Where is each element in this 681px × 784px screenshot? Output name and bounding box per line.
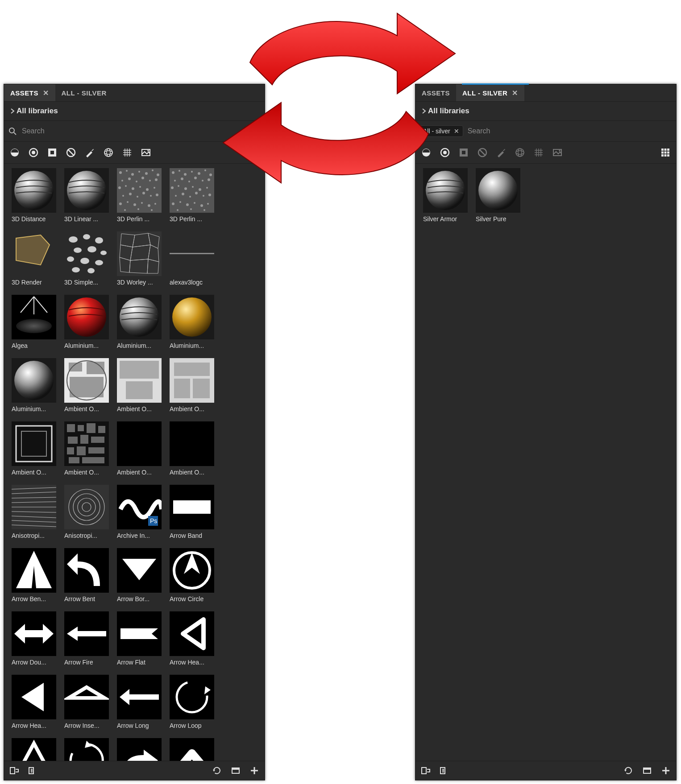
asset-item[interactable]: Arrow Sim... xyxy=(167,738,216,761)
asset-item[interactable]: Aluminium... xyxy=(62,295,111,349)
tab-assets[interactable]: ASSETS xyxy=(415,84,456,101)
export-icon[interactable] xyxy=(27,765,39,776)
filter-smart-material-icon[interactable] xyxy=(439,146,451,159)
asset-item[interactable]: alexav3logc xyxy=(167,231,216,286)
asset-item[interactable]: Arrow Dou... xyxy=(9,611,58,666)
filter-alpha-icon[interactable] xyxy=(476,146,489,159)
asset-item[interactable]: Archive In... xyxy=(115,485,164,539)
filter-material-icon[interactable] xyxy=(8,146,21,159)
asset-thumbnail xyxy=(12,168,56,213)
asset-item[interactable]: Arrow Flat xyxy=(115,611,164,666)
asset-thumbnail xyxy=(170,295,214,339)
svg-rect-161 xyxy=(50,151,54,154)
search-input[interactable] xyxy=(21,127,261,136)
close-icon[interactable]: ✕ xyxy=(454,128,459,135)
svg-rect-208 xyxy=(664,154,667,157)
asset-item[interactable]: Anisotropi... xyxy=(9,485,58,539)
filter-mesh-icon[interactable] xyxy=(102,146,115,159)
breadcrumb[interactable]: All libraries xyxy=(415,102,676,121)
asset-scroll[interactable]: Silver ArmorSilver Pure xyxy=(415,164,676,761)
asset-item[interactable]: Anisotropi... xyxy=(62,485,111,539)
asset-item[interactable]: Ambient O... xyxy=(167,421,216,476)
asset-label: Ambient O... xyxy=(117,405,162,413)
svg-rect-174 xyxy=(10,767,15,774)
asset-item[interactable]: Ambient O... xyxy=(9,421,58,476)
asset-item[interactable]: Aluminium... xyxy=(167,295,216,349)
filter-alpha-icon[interactable] xyxy=(65,146,77,159)
filter-brush-icon[interactable] xyxy=(83,146,96,159)
asset-item[interactable]: Silver Armor xyxy=(421,168,470,223)
asset-item[interactable]: Arrow Inse... xyxy=(62,675,111,729)
asset-item[interactable]: Ambient O... xyxy=(62,421,111,476)
asset-item[interactable]: Arrow Circle xyxy=(167,548,216,602)
asset-item[interactable]: Arrow Ben... xyxy=(9,548,58,602)
tab-all-silver[interactable]: ALL - SILVER xyxy=(55,84,113,101)
asset-item[interactable]: Ambient O... xyxy=(115,358,164,413)
asset-item[interactable]: Arrow Bent xyxy=(62,548,111,602)
asset-item[interactable]: 3D Perlin ... xyxy=(167,168,216,223)
asset-label: 3D Linear ... xyxy=(64,215,109,223)
asset-item[interactable]: Arrow Neg... xyxy=(9,738,58,761)
filter-environment-icon[interactable] xyxy=(140,146,152,159)
panel-footer xyxy=(4,761,265,780)
asset-item[interactable]: Arrow Hea... xyxy=(167,611,216,666)
search-chip[interactable]: All - silver ✕ xyxy=(419,125,463,137)
filter-environment-icon[interactable] xyxy=(551,146,564,159)
asset-item[interactable]: Arrow Loop xyxy=(167,675,216,729)
asset-item[interactable]: 3D Perlin ... xyxy=(115,168,164,223)
add-icon[interactable] xyxy=(660,765,672,776)
filter-texture-icon[interactable] xyxy=(457,146,470,159)
asset-label: Arrow Long xyxy=(117,722,162,729)
asset-item[interactable]: 3D Render xyxy=(9,231,58,286)
close-icon[interactable]: ✕ xyxy=(43,89,49,97)
asset-item[interactable]: Ambient O... xyxy=(115,421,164,476)
asset-item[interactable]: Algea xyxy=(9,295,58,349)
asset-item[interactable]: Arrow Fire xyxy=(62,611,111,666)
tab-assets[interactable]: ASSETS✕ xyxy=(4,84,55,101)
asset-item[interactable]: Aluminium... xyxy=(9,358,58,413)
svg-point-200 xyxy=(559,150,561,152)
filter-grid-icon[interactable] xyxy=(121,146,133,159)
refresh-icon[interactable] xyxy=(211,765,223,776)
save-view-icon[interactable] xyxy=(641,765,653,776)
asset-label: Arrow Hea... xyxy=(12,722,56,729)
asset-label: Aluminium... xyxy=(170,342,214,349)
asset-item[interactable]: 3D Worley ... xyxy=(115,231,164,286)
refresh-icon[interactable] xyxy=(623,765,634,776)
asset-item[interactable]: 3D Linear ... xyxy=(62,168,111,223)
asset-thumbnail xyxy=(12,548,56,593)
add-icon[interactable] xyxy=(249,765,260,776)
import-icon[interactable] xyxy=(420,765,432,776)
grid-view-toggle-icon[interactable] xyxy=(659,146,672,159)
svg-rect-206 xyxy=(667,152,669,154)
filter-texture-icon[interactable] xyxy=(46,146,58,159)
asset-item[interactable]: Arrow Rota... xyxy=(62,738,111,761)
asset-item[interactable]: Arrow Band xyxy=(167,485,216,539)
asset-thumbnail xyxy=(117,485,162,529)
asset-item[interactable]: Aluminium... xyxy=(115,295,164,349)
filter-mesh-icon[interactable] xyxy=(514,146,526,159)
filter-brush-icon[interactable] xyxy=(495,146,507,159)
asset-item[interactable]: Arrow Long xyxy=(115,675,164,729)
asset-item[interactable]: Arrow Rou... xyxy=(115,738,164,761)
breadcrumb[interactable]: All libraries xyxy=(4,102,265,121)
asset-scroll[interactable]: 3D Distance3D Linear ...3D Perlin ...3D … xyxy=(4,164,265,761)
tab-bar: ASSETS✕ALL - SILVER xyxy=(4,84,265,102)
asset-item[interactable]: Ambient O... xyxy=(62,358,111,413)
close-icon[interactable]: ✕ xyxy=(512,89,518,97)
asset-item[interactable]: 3D Distance xyxy=(9,168,58,223)
asset-item[interactable]: Silver Pure xyxy=(473,168,523,223)
asset-item[interactable]: Arrow Bor... xyxy=(115,548,164,602)
asset-item[interactable]: Arrow Hea... xyxy=(9,675,58,729)
asset-thumbnail xyxy=(12,485,56,529)
asset-item[interactable]: 3D Simple... xyxy=(62,231,111,286)
import-icon[interactable] xyxy=(8,765,20,776)
filter-grid-icon[interactable] xyxy=(532,146,545,159)
tab-all-silver[interactable]: ALL - SILVER✕ xyxy=(456,84,524,101)
filter-material-icon[interactable] xyxy=(420,146,432,159)
save-view-icon[interactable] xyxy=(230,765,241,776)
filter-smart-material-icon[interactable] xyxy=(27,146,40,159)
search-input[interactable] xyxy=(467,127,673,136)
export-icon[interactable] xyxy=(439,765,450,776)
asset-item[interactable]: Ambient O... xyxy=(167,358,216,413)
